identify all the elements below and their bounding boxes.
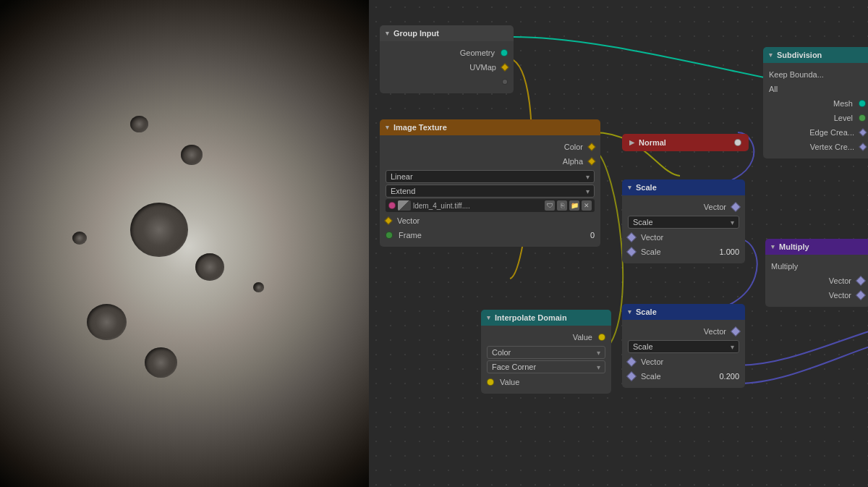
uvmap-row: UVMap bbox=[380, 60, 514, 75]
frame-row: Frame 0 bbox=[380, 228, 600, 242]
scale1-body: Vector Scale ▾ Vector Scale 1.000 bbox=[622, 195, 745, 263]
scale2-mode-arrow: ▾ bbox=[731, 343, 734, 351]
level-row: Level bbox=[763, 111, 868, 125]
alpha-socket-out[interactable] bbox=[587, 157, 595, 165]
close-icon-btn[interactable]: ✕ bbox=[582, 200, 592, 211]
normal-socket-out[interactable] bbox=[734, 139, 741, 146]
3d-viewport bbox=[0, 0, 369, 487]
interp-color-label: Color bbox=[492, 348, 511, 357]
node-editor: ▾ Group Input Geometry UVMap ▾ Image Tex… bbox=[369, 0, 868, 487]
interpolate-chevron: ▾ bbox=[487, 314, 490, 321]
interpolate-title: Interpolate Domain bbox=[495, 313, 567, 322]
scale1-vector-in-label: Vector bbox=[641, 233, 739, 242]
interp-value-in-socket[interactable] bbox=[487, 378, 494, 386]
extra-socket-row bbox=[380, 75, 514, 89]
scale1-scale-row: Scale 1.000 bbox=[622, 245, 745, 259]
multiply-body: Multiply Vector Vector bbox=[765, 255, 868, 307]
vector-label: Vector bbox=[397, 216, 595, 225]
scale1-mode-dropdown[interactable]: Scale ▾ bbox=[628, 216, 739, 229]
subdivision-header: ▾ Subdivision bbox=[763, 47, 868, 63]
vertex-crease-row: Vertex Cre... bbox=[763, 140, 868, 154]
image-texture-chevron: ▾ bbox=[386, 124, 389, 131]
scale1-vector-in[interactable] bbox=[626, 232, 637, 242]
scale1-scale-label: Scale bbox=[641, 247, 716, 256]
level-label: Level bbox=[769, 114, 853, 122]
multiply-vector1-label: Vector bbox=[771, 276, 851, 285]
interp-value-out-label: Value bbox=[487, 333, 592, 342]
scale2-title: Scale bbox=[636, 308, 657, 316]
normal-chevron: ▶ bbox=[629, 139, 634, 146]
scale2-header: ▾ Scale bbox=[622, 304, 745, 320]
scale1-value: 1.000 bbox=[719, 247, 739, 256]
mesh-socket[interactable] bbox=[859, 100, 866, 107]
image-texture-node: ▾ Image Texture Color Alpha Linear ▾ Ext… bbox=[380, 119, 600, 247]
mesh-label: Mesh bbox=[769, 99, 853, 108]
scale2-body: Vector Scale ▾ Vector Scale 0.200 bbox=[622, 320, 745, 388]
vertex-crease-label: Vertex Cre... bbox=[769, 143, 854, 151]
scale2-scale-row: Scale 0.200 bbox=[622, 369, 745, 384]
interpolation-dropdown[interactable]: Linear ▾ bbox=[386, 170, 595, 183]
scale2-vector-socket-out[interactable] bbox=[731, 326, 741, 336]
edge-crease-socket[interactable] bbox=[859, 128, 867, 136]
frame-socket[interactable] bbox=[386, 232, 393, 239]
scale2-vector-in-row: Vector bbox=[622, 355, 745, 369]
edge-crease-label: Edge Crea... bbox=[769, 128, 854, 137]
normal-header: ▶ Normal bbox=[622, 134, 749, 151]
image-texture-title: Image Texture bbox=[393, 123, 447, 132]
multiply-vector2-row: Vector bbox=[765, 288, 868, 302]
scale2-mode-dropdown[interactable]: Scale ▾ bbox=[628, 340, 739, 353]
vertex-crease-socket[interactable] bbox=[859, 143, 867, 151]
alpha-label: Alpha bbox=[386, 157, 583, 166]
color-socket-out[interactable] bbox=[587, 143, 595, 151]
scale2-scale-label: Scale bbox=[641, 372, 716, 381]
geometry-row: Geometry bbox=[380, 46, 514, 60]
file-row[interactable]: ldem_4_uint.tiff.... 🛡 ⎘ 📁 ✕ bbox=[386, 199, 595, 212]
scale2-chevron: ▾ bbox=[628, 308, 631, 316]
group-input-title: Group Input bbox=[393, 29, 439, 38]
frame-label: Frame bbox=[399, 231, 587, 240]
multiply-chevron: ▾ bbox=[771, 243, 775, 250]
interpolate-domain-header: ▾ Interpolate Domain bbox=[481, 310, 611, 326]
subdivision-body: Keep Bounda... All Mesh Level Edge Crea.… bbox=[763, 63, 868, 158]
image-preview bbox=[398, 200, 411, 211]
normal-node: ▶ Normal bbox=[622, 134, 749, 151]
alpha-row: Alpha bbox=[380, 154, 600, 169]
vector-input-row: Vector bbox=[380, 213, 600, 228]
scale2-vector-out-row: Vector bbox=[622, 324, 745, 339]
scale1-scale-socket[interactable] bbox=[626, 247, 637, 257]
scale1-vector-socket-out[interactable] bbox=[731, 202, 741, 212]
extension-value: Extend bbox=[391, 187, 415, 195]
scale2-scale-socket[interactable] bbox=[626, 371, 637, 381]
filename: ldem_4_uint.tiff.... bbox=[413, 202, 542, 210]
group-input-node: ▾ Group Input Geometry UVMap bbox=[380, 25, 514, 93]
uvmap-socket[interactable] bbox=[501, 63, 509, 71]
extra-socket[interactable] bbox=[502, 79, 508, 85]
scale2-vector-in[interactable] bbox=[626, 357, 637, 367]
geometry-socket[interactable] bbox=[501, 49, 508, 56]
interp-color-dropdown[interactable]: Color ▾ bbox=[487, 346, 605, 359]
scale1-node: ▾ Scale Vector Scale ▾ Vector Scale bbox=[622, 179, 745, 263]
level-socket[interactable] bbox=[859, 114, 866, 122]
folder-icon-btn[interactable]: 📁 bbox=[569, 200, 579, 211]
scale1-vector-out-row: Vector bbox=[622, 200, 745, 214]
multiply-vector2-socket[interactable] bbox=[856, 290, 866, 300]
vector-socket-in[interactable] bbox=[384, 216, 392, 224]
copy-icon-btn[interactable]: ⎘ bbox=[557, 200, 567, 211]
multiply-title: Multiply bbox=[779, 242, 809, 251]
scale2-mode: Scale bbox=[633, 342, 653, 351]
interpolate-domain-node: ▾ Interpolate Domain Value Color ▾ Face … bbox=[481, 310, 611, 394]
multiply-vector2-label: Vector bbox=[771, 291, 851, 300]
scale1-chevron: ▾ bbox=[628, 184, 631, 191]
interp-value-out-socket[interactable] bbox=[598, 334, 605, 341]
multiply-vector1-socket[interactable] bbox=[856, 276, 866, 286]
interpolate-domain-body: Value Color ▾ Face Corner ▾ Value bbox=[481, 326, 611, 394]
interpolation-arrow: ▾ bbox=[586, 173, 590, 181]
interp-value-out-row: Value bbox=[481, 330, 611, 344]
interp-face-corner-dropdown[interactable]: Face Corner ▾ bbox=[487, 360, 605, 373]
multiply-node: ▾ Multiply Multiply Vector Vector bbox=[765, 239, 868, 307]
edge-crease-row: Edge Crea... bbox=[763, 125, 868, 140]
shield-icon-btn[interactable]: 🛡 bbox=[545, 200, 555, 211]
extension-dropdown[interactable]: Extend ▾ bbox=[386, 185, 595, 198]
uvmap-label: UVMap bbox=[386, 63, 496, 72]
keep-boundary-label: Keep Bounda... bbox=[769, 70, 824, 79]
